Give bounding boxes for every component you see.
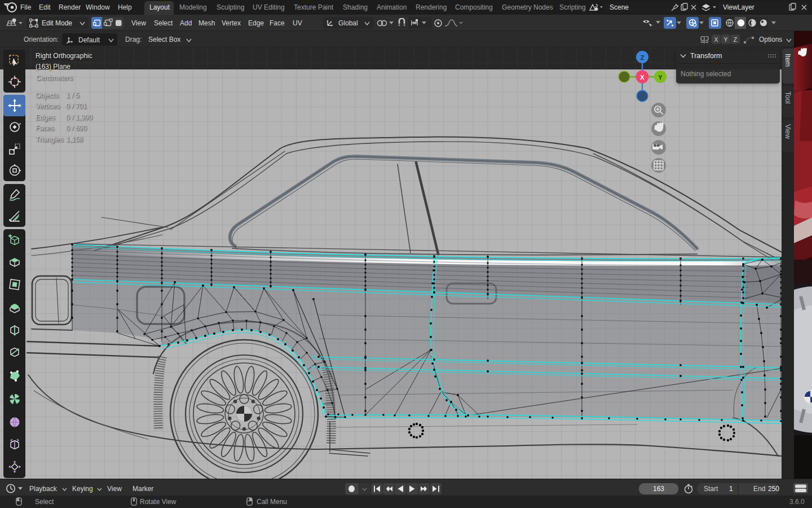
svg-text:X: X [640, 74, 645, 81]
svg-text:Z: Z [641, 54, 645, 61]
svg-text:Y: Y [658, 74, 663, 81]
